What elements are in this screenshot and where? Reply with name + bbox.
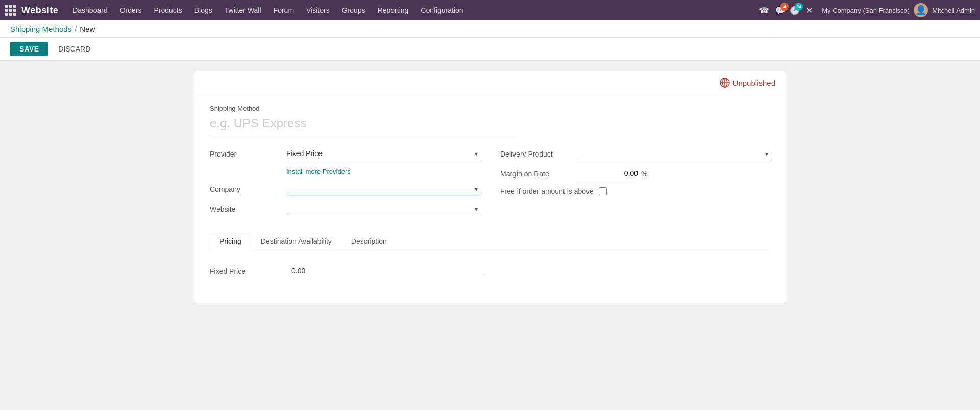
nav-forum[interactable]: Forum bbox=[267, 0, 300, 20]
tab-content-pricing: Fixed Price bbox=[210, 260, 770, 288]
company-name[interactable]: My Company (San Francisco) bbox=[822, 7, 910, 14]
company-select[interactable] bbox=[286, 183, 480, 195]
fields-row: Provider Fixed Price Install more Provid… bbox=[210, 147, 770, 222]
margin-rate-field-value: % bbox=[577, 167, 770, 180]
website-select-wrapper bbox=[286, 202, 480, 215]
delivery-product-select-wrapper bbox=[577, 147, 770, 160]
fixed-price-row: Fixed Price bbox=[210, 265, 770, 277]
discard-button[interactable]: DISCARD bbox=[53, 42, 95, 56]
nav-dashboard[interactable]: Dashboard bbox=[66, 0, 114, 20]
brand-logo[interactable]: Website bbox=[21, 5, 58, 16]
provider-select-wrapper: Fixed Price bbox=[286, 147, 480, 160]
card-header: Unpublished bbox=[194, 71, 786, 94]
topbar-right: ☎ 💬 4 🕐 24 ✕ My Company (San Francisco) … bbox=[757, 3, 975, 17]
messages-badge: 4 bbox=[780, 3, 789, 11]
left-fields-col: Provider Fixed Price Install more Provid… bbox=[210, 147, 480, 222]
card-body: Shipping Method Provider Fixed Price bbox=[194, 94, 786, 303]
free-if-order-field-value bbox=[599, 187, 770, 195]
close-icon[interactable]: ✕ bbox=[804, 4, 815, 17]
phone-icon[interactable]: ☎ bbox=[757, 4, 771, 17]
save-button[interactable]: SAVE bbox=[10, 42, 48, 56]
fixed-price-label: Fixed Price bbox=[210, 267, 281, 275]
unpublished-label: Unpublished bbox=[733, 79, 775, 87]
delivery-product-field-group: Delivery Product bbox=[500, 147, 770, 160]
provider-select[interactable]: Fixed Price bbox=[286, 147, 480, 160]
unpublished-badge[interactable]: Unpublished bbox=[720, 78, 775, 88]
margin-rate-input[interactable] bbox=[577, 167, 638, 180]
username[interactable]: Mitchell Admin bbox=[932, 7, 975, 14]
company-label: Company bbox=[210, 185, 281, 193]
company-field-value bbox=[286, 183, 480, 195]
nav-configuration[interactable]: Configuration bbox=[414, 0, 469, 20]
breadcrumb: Shipping Methods / New bbox=[0, 20, 980, 38]
action-bar: SAVE DISCARD bbox=[0, 38, 980, 61]
main-nav: Dashboard Orders Products Blogs Twitter … bbox=[66, 0, 757, 20]
topbar: Website Dashboard Orders Products Blogs … bbox=[0, 0, 980, 20]
delivery-product-field-value bbox=[577, 147, 770, 160]
tab-pricing[interactable]: Pricing bbox=[210, 233, 251, 249]
provider-field-group: Provider Fixed Price bbox=[210, 147, 480, 160]
nav-groups[interactable]: Groups bbox=[336, 0, 372, 20]
nav-orders[interactable]: Orders bbox=[114, 0, 148, 20]
free-if-order-checkbox[interactable] bbox=[599, 187, 607, 195]
clock-badge: 24 bbox=[795, 3, 803, 11]
nav-reporting[interactable]: Reporting bbox=[372, 0, 415, 20]
right-fields-col: Delivery Product Margin on Rate bbox=[500, 147, 770, 222]
website-field-group: Website bbox=[210, 202, 480, 215]
delivery-product-select[interactable] bbox=[577, 147, 770, 160]
breadcrumb-separator: / bbox=[75, 24, 77, 33]
company-field-group: Company bbox=[210, 183, 480, 195]
nav-visitors[interactable]: Visitors bbox=[300, 0, 336, 20]
margin-unit: % bbox=[641, 170, 647, 178]
breadcrumb-current: New bbox=[80, 24, 95, 33]
shipping-method-input[interactable] bbox=[210, 114, 516, 135]
shipping-method-label: Shipping Method bbox=[210, 105, 770, 112]
clock-icon[interactable]: 🕐 24 bbox=[790, 6, 800, 15]
form-card: Unpublished Shipping Method Provider bbox=[194, 71, 786, 303]
delivery-product-label: Delivery Product bbox=[500, 150, 572, 158]
breadcrumb-parent[interactable]: Shipping Methods bbox=[10, 24, 71, 33]
provider-field-value: Fixed Price bbox=[286, 147, 480, 160]
apps-menu-icon[interactable] bbox=[5, 5, 16, 16]
tab-description[interactable]: Description bbox=[341, 233, 397, 249]
company-select-wrapper bbox=[286, 183, 480, 195]
globe-icon bbox=[720, 78, 730, 88]
tab-destination-availability[interactable]: Destination Availability bbox=[251, 233, 341, 249]
user-avatar[interactable]: 👤 bbox=[914, 3, 928, 17]
nav-twitter-wall[interactable]: Twitter Wall bbox=[218, 0, 267, 20]
nav-blogs[interactable]: Blogs bbox=[188, 0, 218, 20]
website-select[interactable] bbox=[286, 202, 480, 215]
main-content: Unpublished Shipping Method Provider bbox=[0, 61, 980, 409]
website-field-value bbox=[286, 202, 480, 215]
messages-icon[interactable]: 💬 4 bbox=[775, 6, 786, 15]
fixed-price-input[interactable] bbox=[291, 265, 485, 277]
free-if-order-field-group: Free if order amount is above bbox=[500, 187, 770, 195]
install-providers-link[interactable]: Install more Providers bbox=[286, 168, 351, 177]
website-label: Website bbox=[210, 205, 281, 213]
tabs-bar: Pricing Destination Availability Descrip… bbox=[210, 233, 770, 249]
margin-rate-label: Margin on Rate bbox=[500, 170, 572, 178]
shipping-method-field: Shipping Method bbox=[210, 105, 770, 147]
nav-products[interactable]: Products bbox=[148, 0, 188, 20]
provider-label: Provider bbox=[210, 150, 281, 158]
margin-rate-field-group: Margin on Rate % bbox=[500, 167, 770, 180]
free-if-order-label: Free if order amount is above bbox=[500, 187, 594, 195]
